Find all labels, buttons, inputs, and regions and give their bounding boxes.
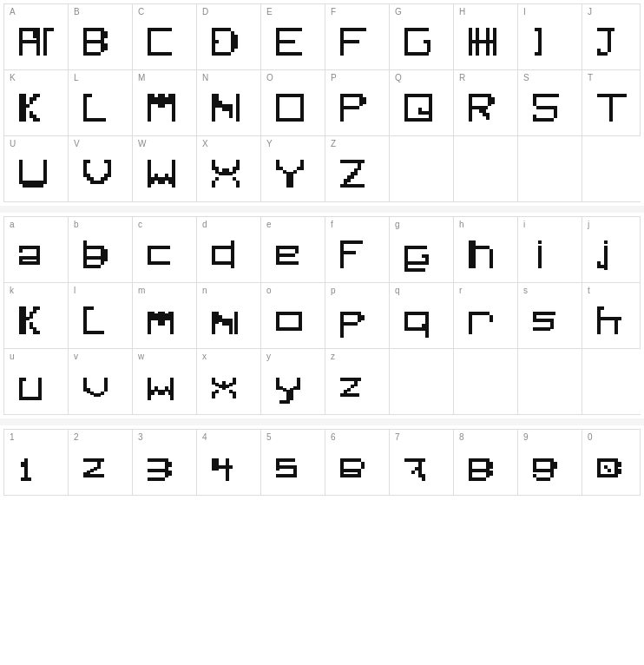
svg-rect-46 (493, 28, 496, 56)
cell-glyph (338, 90, 377, 125)
svg-rect-140 (165, 174, 168, 181)
svg-rect-111 (533, 94, 536, 106)
svg-rect-6 (47, 28, 54, 31)
cell-label: U (10, 140, 16, 148)
svg-rect-61 (30, 97, 33, 104)
grid-cell: Y (261, 136, 325, 201)
svg-rect-118 (597, 94, 601, 97)
svg-rect-146 (215, 167, 219, 174)
svg-rect-263 (344, 312, 358, 315)
svg-rect-317 (226, 385, 229, 388)
svg-rect-353 (165, 458, 168, 477)
svg-rect-248 (161, 312, 165, 326)
cell-label: T (588, 74, 593, 82)
svg-rect-23 (227, 28, 231, 31)
grid-cell: t (582, 283, 644, 348)
cell-glyph (403, 237, 441, 272)
cell-glyph (531, 237, 569, 272)
svg-rect-73 (151, 94, 154, 104)
svg-rect-195 (212, 246, 215, 265)
svg-rect-316 (219, 385, 222, 388)
svg-rect-391 (490, 471, 493, 476)
cell-glyph (146, 237, 184, 272)
cell-glyph (467, 24, 505, 59)
svg-rect-150 (222, 168, 226, 175)
svg-rect-294 (87, 388, 90, 393)
cell-label: e (266, 221, 272, 229)
svg-rect-147 (233, 167, 236, 174)
svg-rect-72 (172, 94, 175, 122)
svg-rect-235 (30, 322, 33, 329)
grid-cell: Q (390, 70, 454, 135)
svg-rect-163 (340, 160, 365, 163)
svg-rect-359 (215, 458, 219, 471)
svg-rect-154 (276, 160, 279, 170)
svg-rect-373 (358, 469, 361, 477)
svg-rect-250 (168, 312, 172, 320)
cell-label: s (523, 286, 528, 295)
svg-rect-354 (168, 462, 172, 467)
svg-rect-311 (212, 392, 215, 398)
svg-rect-394 (533, 458, 536, 469)
grid-cell: C (133, 4, 197, 69)
svg-rect-224 (490, 249, 493, 268)
svg-rect-396 (554, 462, 557, 469)
svg-rect-87 (300, 94, 304, 122)
cell-label: I (523, 8, 526, 16)
svg-rect-340 (21, 477, 31, 481)
cell-label: H (459, 8, 465, 16)
svg-rect-121 (43, 160, 47, 184)
svg-rect-289 (38, 378, 42, 400)
cell-label: M (138, 74, 145, 82)
svg-rect-344 (94, 467, 97, 471)
grid-cell: f (325, 217, 390, 282)
grid-cell: n (197, 283, 261, 348)
svg-rect-333 (351, 385, 354, 388)
svg-rect-319 (215, 390, 219, 393)
svg-rect-74 (154, 97, 158, 104)
grid-cell: a (4, 217, 69, 282)
svg-rect-348 (83, 474, 102, 477)
cell-glyph (595, 303, 634, 338)
svg-rect-318 (222, 381, 226, 390)
svg-rect-218 (408, 268, 425, 272)
svg-rect-180 (87, 246, 101, 249)
svg-rect-141 (168, 177, 172, 184)
grid-cell: M (133, 70, 197, 135)
svg-rect-238 (36, 306, 40, 310)
svg-rect-25 (231, 31, 234, 52)
cell-glyph (17, 24, 56, 59)
svg-rect-66 (36, 118, 40, 122)
svg-rect-213 (408, 261, 424, 265)
grid-cell (582, 349, 644, 414)
svg-rect-274 (486, 312, 490, 315)
svg-rect-91 (344, 94, 359, 97)
svg-rect-190 (167, 246, 170, 249)
svg-rect-130 (101, 177, 104, 184)
svg-rect-78 (168, 94, 172, 104)
svg-rect-84 (226, 104, 229, 111)
svg-rect-24 (227, 52, 231, 56)
svg-rect-265 (358, 312, 361, 322)
svg-rect-3 (19, 40, 36, 43)
svg-rect-341 (83, 458, 101, 462)
grid-cell: A (4, 4, 69, 69)
svg-rect-65 (36, 94, 40, 97)
cell-glyph (338, 237, 377, 272)
grid-cell: r (454, 283, 518, 348)
cell-glyph (17, 450, 56, 484)
grid-cell: w (133, 349, 197, 414)
svg-rect-368 (276, 474, 279, 477)
svg-rect-393 (533, 469, 550, 472)
cell-glyph (531, 450, 569, 484)
svg-rect-138 (158, 177, 161, 184)
svg-rect-356 (148, 458, 151, 462)
cell-glyph (210, 90, 248, 125)
svg-rect-246 (154, 313, 158, 320)
svg-rect-321 (276, 378, 279, 390)
svg-rect-275 (490, 315, 493, 322)
cell-glyph (595, 450, 634, 484)
svg-rect-175 (19, 256, 23, 265)
svg-rect-365 (279, 465, 295, 469)
svg-rect-205 (295, 261, 299, 265)
